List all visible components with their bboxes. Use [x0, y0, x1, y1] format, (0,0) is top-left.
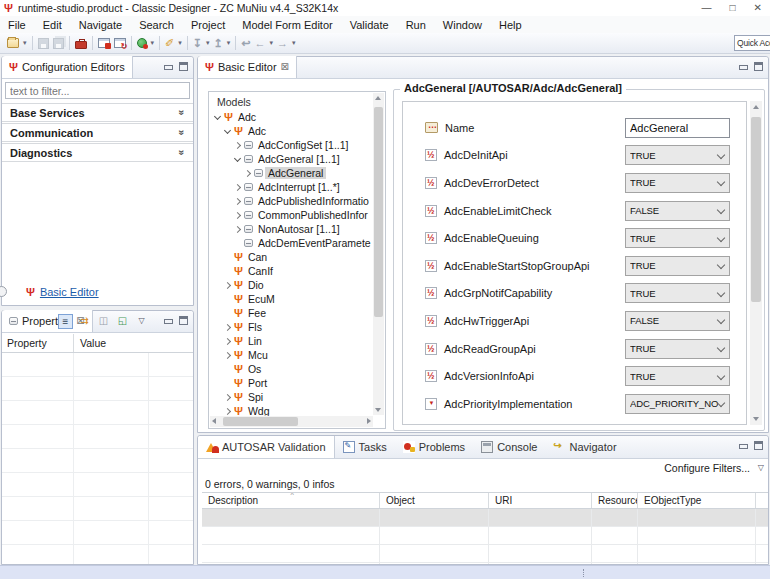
minimize-view-icon[interactable]	[163, 62, 172, 71]
menu-validate[interactable]: Validate	[349, 19, 390, 31]
column-header-value[interactable]: Value	[74, 337, 106, 349]
tree-item-adcinterrupt-1[interactable]: AdcInterrupt [1..*]	[209, 180, 373, 194]
view-menu-icon[interactable]: ▽	[758, 463, 764, 472]
tree-item-port[interactable]: ΨPort	[209, 376, 373, 390]
expander-icon[interactable]	[233, 141, 242, 150]
basic-editor-link[interactable]: Basic Editor	[40, 286, 99, 298]
scrollbar-thumb[interactable]	[223, 417, 298, 426]
tree-item-adcpublishedinformatio[interactable]: AdcPublishedInformatio	[209, 194, 373, 208]
maximize-button[interactable]: □	[730, 0, 736, 16]
show-categories-icon[interactable]: ≡	[58, 314, 73, 329]
last-edit-location-icon[interactable]: ↩	[241, 38, 250, 49]
maximize-view-icon[interactable]	[179, 62, 188, 71]
run-configurations-icon[interactable]	[137, 38, 147, 48]
configure-filters-link[interactable]: Configure Filters...	[664, 462, 750, 474]
tree-item-adc[interactable]: ΨAdc	[209, 110, 373, 124]
menu-run[interactable]: Run	[405, 19, 427, 31]
save-icon[interactable]	[38, 38, 49, 49]
expander-icon[interactable]	[233, 225, 242, 234]
previous-annotation-dropdown-icon[interactable]: ▾	[227, 39, 231, 47]
column-header-resource[interactable]: Resource	[592, 493, 638, 508]
section-base-services[interactable]: Base Services»	[2, 103, 193, 122]
chevron-expand-icon[interactable]: »	[177, 150, 188, 156]
menu-project[interactable]: Project	[190, 19, 226, 31]
tree-item-fee[interactable]: ΨFee	[209, 306, 373, 320]
combo-adcenablestartstopgroupapi[interactable]: TRUE	[625, 256, 730, 276]
new-dropdown-icon[interactable]: ▾	[23, 39, 27, 47]
maximize-view-icon[interactable]	[754, 62, 763, 71]
scroll-right-icon[interactable]	[367, 418, 371, 424]
minimize-view-icon[interactable]	[163, 316, 172, 325]
minimize-view-icon[interactable]	[738, 62, 747, 71]
menu-navigate[interactable]: Navigate	[78, 19, 123, 31]
tree-item-fls[interactable]: ΨFls	[209, 320, 373, 334]
tab-navigator[interactable]: Navigator	[545, 436, 624, 458]
section-diagnostics[interactable]: Diagnostics»	[2, 143, 193, 162]
expander-icon[interactable]	[223, 281, 232, 290]
tree-item-adcgeneral-1-1[interactable]: AdcGeneral [1..1]	[209, 152, 373, 166]
column-header-property[interactable]: Property	[2, 334, 74, 352]
menu-search[interactable]: Search	[138, 19, 175, 31]
mark-occurrences-icon[interactable]: ✐	[165, 38, 174, 49]
combo-adcpriorityimplementation[interactable]: ADC_PRIORITY_NONE	[625, 394, 730, 414]
tree-item-lin[interactable]: ΨLin	[209, 334, 373, 348]
tree-item-can[interactable]: ΨCan	[209, 250, 373, 264]
scroll-down-icon[interactable]	[753, 417, 759, 421]
wand-dropdown-icon[interactable]: ▾	[178, 39, 182, 47]
expander-icon[interactable]	[233, 211, 242, 220]
expander-icon[interactable]	[213, 113, 222, 122]
pin-view-icon[interactable]: ◱	[115, 314, 130, 329]
combo-adcenablelimitcheck[interactable]: FALSE	[625, 201, 730, 221]
minimize-view-icon[interactable]	[738, 441, 747, 450]
expander-icon[interactable]	[233, 197, 242, 206]
maximize-view-icon[interactable]	[754, 441, 763, 450]
combo-adcenablequeuing[interactable]: TRUE	[625, 228, 730, 248]
tree-item-canif[interactable]: ΨCanIf	[209, 264, 373, 278]
tab-tasks[interactable]: Tasks	[335, 436, 395, 458]
column-header-description[interactable]: Description^	[202, 493, 380, 508]
expander-icon[interactable]	[233, 155, 242, 164]
view-menu-icon[interactable]: ▽	[134, 314, 149, 329]
chevron-expand-icon[interactable]: »	[177, 130, 188, 136]
name-input[interactable]	[625, 118, 730, 138]
column-header-object[interactable]: Object	[380, 493, 489, 508]
show-advanced-icon[interactable]: ⇉	[77, 314, 92, 329]
back-icon[interactable]: ←	[254, 38, 265, 49]
tree-vertical-scrollbar[interactable]	[373, 93, 384, 415]
expander-icon[interactable]	[223, 127, 232, 136]
tree-item-mcu[interactable]: ΨMcu	[209, 348, 373, 362]
combo-adcdeinitapi[interactable]: TRUE	[625, 145, 730, 165]
tab-problems[interactable]: Problems	[395, 436, 473, 458]
scrollbar-thumb[interactable]	[374, 107, 383, 317]
next-annotation-icon[interactable]: ↧	[193, 38, 202, 49]
tree-item-wdg[interactable]: ΨWdg	[209, 404, 373, 416]
tree-item-os[interactable]: ΨOs	[209, 362, 373, 376]
scroll-left-icon[interactable]	[212, 418, 216, 424]
expander-icon[interactable]	[223, 351, 232, 360]
tab-autosar-validation[interactable]: AUTOSAR Validation	[198, 436, 335, 458]
section-communication[interactable]: Communication»	[2, 123, 193, 142]
quick-access-box[interactable]: Quick Access	[734, 35, 770, 51]
menu-help[interactable]: Help	[498, 19, 523, 31]
minimize-button[interactable]: —	[702, 0, 712, 16]
menu-window[interactable]: Window	[442, 19, 483, 31]
scroll-up-icon[interactable]	[753, 105, 759, 109]
tree-item-adcconfigset-1-1[interactable]: AdcConfigSet [1..1]	[209, 138, 373, 152]
chevron-expand-icon[interactable]: »	[177, 110, 188, 116]
maximize-view-icon[interactable]	[179, 316, 188, 325]
expander-icon[interactable]	[243, 169, 252, 178]
save-all-icon[interactable]	[53, 38, 64, 49]
scroll-up-icon[interactable]	[375, 96, 381, 100]
filter-properties-icon[interactable]: ◫	[96, 314, 111, 329]
tree-item-nonautosar-1-1[interactable]: NonAutosar [1..1]	[209, 222, 373, 236]
menu-model-form-editor[interactable]: Model Form Editor	[241, 19, 333, 31]
new-wizard-icon[interactable]	[7, 38, 19, 48]
tree-item-dio[interactable]: ΨDio	[209, 278, 373, 292]
combo-adcreadgroupapi[interactable]: TRUE	[625, 339, 730, 359]
combo-adcversioninfoapi[interactable]: TRUE	[625, 366, 730, 386]
scroll-down-icon[interactable]	[375, 408, 381, 412]
tree-item-adc[interactable]: ΨAdc	[209, 124, 373, 138]
combo-adcgrpnotifcapability[interactable]: TRUE	[625, 283, 730, 303]
combo-adcdeverrordetect[interactable]: TRUE	[625, 173, 730, 193]
forward-icon[interactable]: →	[277, 38, 288, 49]
